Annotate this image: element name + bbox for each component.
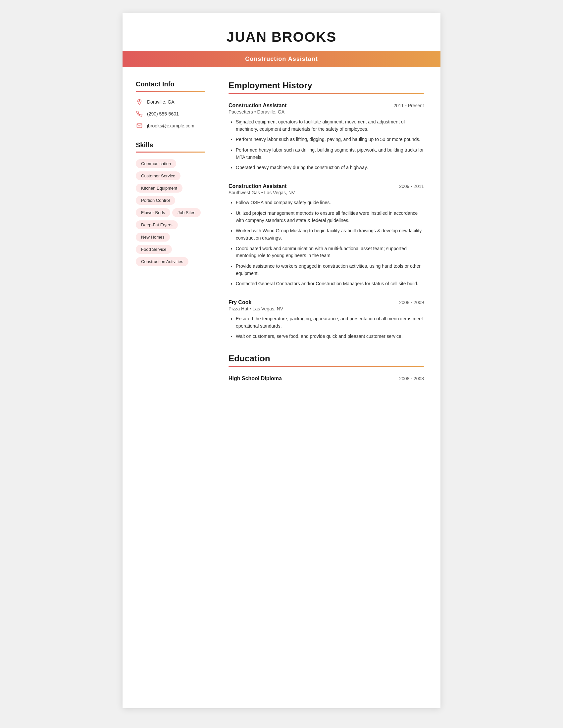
job-bullet: Operated heavy machinery during the cons…: [236, 164, 424, 171]
job-dates: 2011 - Present: [394, 103, 424, 108]
contact-section: Contact Info Doraville, GA (290) 555-560…: [136, 80, 205, 129]
job-bullet: Coordinated work and communication with …: [236, 245, 424, 259]
job-entry: Construction Assistant2009 - 2011Southwe…: [228, 183, 424, 288]
job-title: Construction Assistant: [228, 103, 287, 109]
candidate-name: JUAN BROOKS: [122, 29, 441, 45]
education-container: High School Diploma2008 - 2008: [228, 376, 424, 382]
skill-tag: New Homes: [136, 233, 170, 242]
job-bullets: Follow OSHA and company safety guide lin…: [228, 199, 424, 288]
main-content: Employment History Construction Assistan…: [215, 80, 441, 382]
contact-phone-text: (290) 555-5601: [147, 111, 179, 116]
job-bullet: Contacted General Contractors and/or Con…: [236, 280, 424, 288]
phone-icon: [136, 110, 143, 117]
job-bullet: Performed heavy labor such as drilling, …: [236, 147, 424, 161]
job-company: Pacesetters • Doraville, GA: [228, 109, 424, 114]
contact-email: jbrooks@example.com: [136, 122, 205, 129]
job-company: Pizza Hut • Las Vegas, NV: [228, 306, 424, 311]
contact-location: Doraville, GA: [136, 98, 205, 106]
job-bullet: Follow OSHA and company safety guide lin…: [236, 199, 424, 206]
skill-tag: Communication: [136, 159, 176, 168]
job-header: Fry Cook2008 - 2009: [228, 299, 424, 305]
contact-email-text: jbrooks@example.com: [147, 123, 194, 128]
skills-divider: [136, 152, 205, 153]
job-header: Construction Assistant2009 - 2011: [228, 183, 424, 189]
employment-section: Employment History Construction Assistan…: [228, 80, 424, 340]
employment-divider: [228, 93, 424, 94]
contact-phone: (290) 555-5601: [136, 110, 205, 117]
svg-point-0: [139, 101, 140, 102]
contact-divider: [136, 91, 205, 92]
resume-document: JUAN BROOKS Construction Assistant Conta…: [122, 13, 441, 708]
education-entry: High School Diploma2008 - 2008: [228, 376, 424, 382]
email-icon: [136, 122, 143, 129]
job-bullet: Wait on customers, serve food, and provi…: [236, 333, 424, 340]
contact-section-title: Contact Info: [136, 80, 205, 88]
skill-tag: Kitchen Equipment: [136, 184, 182, 193]
job-dates: 2009 - 2011: [399, 184, 424, 189]
contact-location-text: Doraville, GA: [147, 99, 174, 105]
title-bar: Construction Assistant: [122, 51, 441, 67]
job-bullet: Provide assistance to workers engaged in…: [236, 263, 424, 277]
skill-tag: Portion Control: [136, 196, 175, 205]
skill-tag: Deep-Fat Fryers: [136, 220, 178, 229]
job-header: Construction Assistant2011 - Present: [228, 103, 424, 109]
skill-tag: Customer Service: [136, 171, 180, 180]
job-bullet: Perform heavy labor such as lifting, dig…: [236, 136, 424, 143]
job-bullet: Worked with Wood Group Mustang to begin …: [236, 227, 424, 242]
jobs-container: Construction Assistant2011 - PresentPace…: [228, 103, 424, 340]
job-entry: Construction Assistant2011 - PresentPace…: [228, 103, 424, 171]
job-title: Fry Cook: [228, 299, 251, 305]
employment-section-title: Employment History: [228, 80, 424, 91]
education-dates: 2008 - 2008: [399, 376, 424, 381]
job-bullets: Signaled equipment operators to facilita…: [228, 118, 424, 171]
job-entry: Fry Cook2008 - 2009Pizza Hut • Las Vegas…: [228, 299, 424, 340]
skills-section-title: Skills: [136, 141, 205, 149]
skills-section: Skills CommunicationCustomer ServiceKitc…: [136, 141, 205, 269]
job-company: Southwest Gas • Las Vegas, NV: [228, 190, 424, 195]
skill-tag: Flower Beds: [136, 208, 170, 217]
resume-body: Contact Info Doraville, GA (290) 555-560…: [122, 67, 441, 395]
education-divider: [228, 366, 424, 367]
skills-tags-container: CommunicationCustomer ServiceKitchen Equ…: [136, 159, 205, 269]
job-bullet: Ensured the temperature, packaging, appe…: [236, 315, 424, 330]
candidate-title: Construction Assistant: [245, 56, 318, 62]
education-section-title: Education: [228, 353, 424, 364]
resume-header: JUAN BROOKS: [122, 13, 441, 51]
skill-tag: Construction Activities: [136, 257, 188, 266]
job-bullet: Utilized project management methods to e…: [236, 210, 424, 224]
education-degree: High School Diploma: [228, 376, 282, 382]
skill-tag: Job Sites: [172, 208, 200, 217]
job-bullets: Ensured the temperature, packaging, appe…: [228, 315, 424, 340]
job-title: Construction Assistant: [228, 183, 287, 189]
job-bullet: Signaled equipment operators to facilita…: [236, 118, 424, 133]
location-icon: [136, 98, 143, 106]
job-dates: 2008 - 2009: [399, 300, 424, 305]
skill-tag: Food Service: [136, 245, 172, 254]
education-section: Education High School Diploma2008 - 2008: [228, 353, 424, 382]
sidebar: Contact Info Doraville, GA (290) 555-560…: [122, 80, 215, 382]
